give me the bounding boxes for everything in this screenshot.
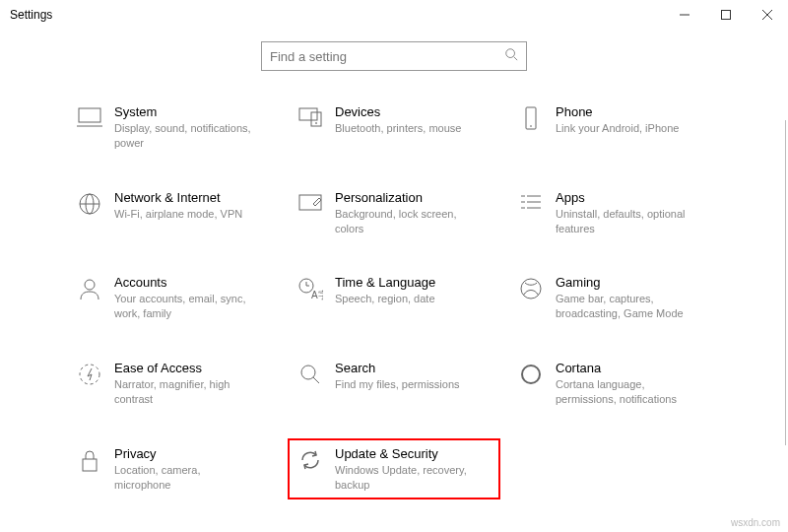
category-devices[interactable]: Devices Bluetooth, printers, mouse bbox=[294, 104, 494, 151]
svg-line-31 bbox=[313, 377, 319, 383]
category-title: Personalization bbox=[335, 190, 473, 205]
category-desc: Windows Update, recovery, backup bbox=[335, 463, 473, 493]
category-desc: Wi-Fi, airplane mode, VPN bbox=[114, 207, 242, 222]
category-title: Search bbox=[335, 361, 460, 375]
person-icon bbox=[73, 275, 106, 300]
svg-rect-1 bbox=[722, 11, 731, 20]
category-network[interactable]: Network & Internet Wi-Fi, airplane mode,… bbox=[73, 190, 274, 236]
category-desc: Display, sound, notifications, power bbox=[114, 121, 252, 151]
category-apps[interactable]: Apps Uninstall, defaults, optional featu… bbox=[514, 190, 715, 236]
category-title: Update & Security bbox=[335, 446, 473, 461]
category-desc: Background, lock screen, colors bbox=[335, 207, 473, 236]
svg-point-4 bbox=[506, 49, 515, 58]
category-desc: Cortana language, permissions, notificat… bbox=[556, 377, 693, 407]
category-cortana[interactable]: Cortana Cortana language, permissions, n… bbox=[514, 361, 715, 407]
category-update-security[interactable]: Update & Security Windows Update, recove… bbox=[288, 438, 500, 500]
svg-rect-8 bbox=[299, 108, 317, 120]
category-title: Devices bbox=[335, 104, 461, 119]
search-box[interactable] bbox=[261, 41, 527, 71]
category-desc: Your accounts, email, sync, work, family bbox=[114, 292, 252, 321]
svg-rect-16 bbox=[299, 195, 321, 210]
ease-icon bbox=[73, 361, 106, 386]
svg-line-5 bbox=[514, 57, 518, 61]
search-icon bbox=[504, 47, 518, 65]
svg-point-28 bbox=[521, 279, 541, 299]
category-title: Phone bbox=[556, 104, 679, 119]
category-desc: Bluetooth, printers, mouse bbox=[335, 121, 461, 136]
svg-rect-6 bbox=[79, 108, 100, 122]
category-gaming[interactable]: Gaming Game bar, captures, broadcasting,… bbox=[514, 275, 715, 321]
xbox-icon bbox=[514, 275, 548, 300]
titlebar: Settings bbox=[0, 0, 788, 30]
apps-icon bbox=[514, 190, 548, 212]
category-ease[interactable]: Ease of Access Narrator, magnifier, high… bbox=[73, 361, 274, 407]
search-input[interactable] bbox=[270, 49, 504, 64]
window-controls bbox=[664, 0, 788, 30]
category-desc: Find my files, permissions bbox=[335, 377, 460, 392]
category-phone[interactable]: Phone Link your Android, iPhone bbox=[514, 104, 715, 151]
category-desc: Link your Android, iPhone bbox=[556, 121, 679, 136]
category-title: System bbox=[114, 104, 252, 119]
svg-point-30 bbox=[301, 366, 315, 379]
category-title: Time & Language bbox=[335, 275, 435, 290]
category-accounts[interactable]: Accounts Your accounts, email, sync, wor… bbox=[73, 275, 274, 321]
category-title: Gaming bbox=[556, 275, 693, 290]
category-desc: Speech, region, date bbox=[335, 292, 435, 306]
category-title: Apps bbox=[556, 190, 693, 205]
scrollbar-track[interactable] bbox=[785, 120, 786, 445]
category-desc: Game bar, captures, broadcasting, Game M… bbox=[556, 292, 693, 321]
category-desc: Location, camera, microphone bbox=[114, 463, 252, 493]
category-title: Privacy bbox=[114, 446, 252, 461]
category-search[interactable]: Search Find my files, permissions bbox=[294, 361, 494, 407]
category-time[interactable]: A字 Time & Language Speech, region, date bbox=[294, 275, 494, 321]
content-area: System Display, sound, notifications, po… bbox=[0, 30, 788, 532]
devices-icon bbox=[294, 104, 327, 128]
window-title: Settings bbox=[10, 8, 52, 22]
maximize-button[interactable] bbox=[705, 0, 747, 30]
category-system[interactable]: System Display, sound, notifications, po… bbox=[73, 104, 274, 151]
phone-icon bbox=[514, 104, 548, 132]
settings-grid: System Display, sound, notifications, po… bbox=[69, 104, 719, 492]
category-title: Network & Internet bbox=[114, 190, 242, 205]
category-desc: Uninstall, defaults, optional features bbox=[556, 207, 693, 236]
svg-point-29 bbox=[80, 365, 99, 384]
time-language-icon: A字 bbox=[294, 275, 327, 300]
category-title: Ease of Access bbox=[114, 361, 252, 375]
search-wrap bbox=[0, 41, 788, 71]
minimize-button[interactable] bbox=[664, 0, 705, 30]
category-title: Accounts bbox=[114, 275, 252, 290]
svg-rect-33 bbox=[83, 459, 97, 471]
svg-point-32 bbox=[522, 366, 540, 383]
update-icon bbox=[294, 446, 327, 472]
cortana-icon bbox=[514, 361, 548, 386]
magnifier-icon bbox=[294, 361, 327, 386]
category-title: Cortana bbox=[556, 361, 693, 375]
watermark: wsxdn.com bbox=[731, 517, 780, 528]
lock-icon bbox=[73, 446, 106, 474]
close-button[interactable] bbox=[747, 0, 788, 30]
svg-point-23 bbox=[85, 280, 95, 290]
paint-icon bbox=[294, 190, 327, 214]
svg-text:A字: A字 bbox=[311, 290, 323, 300]
globe-icon bbox=[73, 190, 106, 216]
category-desc: Narrator, magnifier, high contrast bbox=[114, 377, 252, 407]
category-personalization[interactable]: Personalization Background, lock screen,… bbox=[294, 190, 494, 236]
category-privacy[interactable]: Privacy Location, camera, microphone bbox=[73, 446, 274, 493]
svg-point-10 bbox=[316, 123, 317, 124]
system-icon bbox=[73, 104, 106, 128]
